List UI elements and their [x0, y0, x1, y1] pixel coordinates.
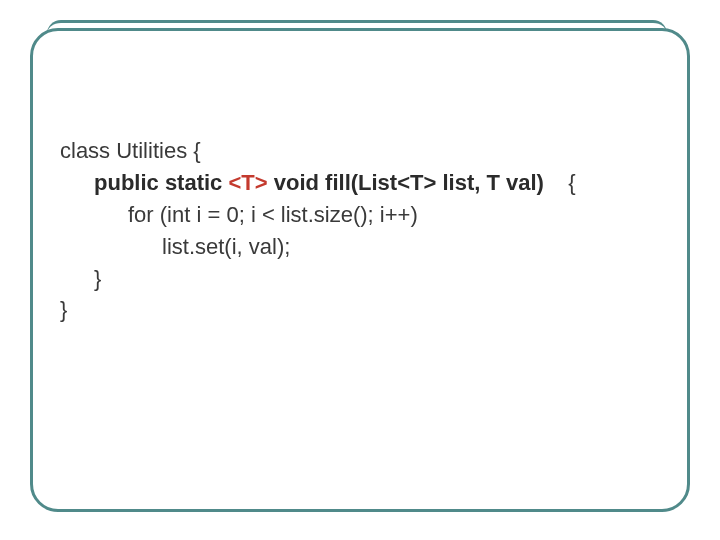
code-line-2-generic: <T>	[228, 170, 267, 195]
code-line-2: public static <T> void fill(List<T> list…	[60, 167, 576, 199]
code-line-4: list.set(i, val);	[60, 231, 576, 263]
code-line-5: }	[60, 263, 576, 295]
code-line-1: class Utilities {	[60, 135, 576, 167]
code-line-2-brace-char: {	[568, 170, 575, 195]
code-line-3: for (int i = 0; i < list.size(); i++)	[60, 199, 576, 231]
code-block: class Utilities { public static <T> void…	[60, 135, 576, 326]
code-line-2-suffix: void fill(List<T> list, T val)	[268, 170, 544, 195]
code-line-2-brace	[544, 170, 568, 195]
code-line-6: }	[60, 294, 576, 326]
code-line-2-prefix: public static	[94, 170, 228, 195]
